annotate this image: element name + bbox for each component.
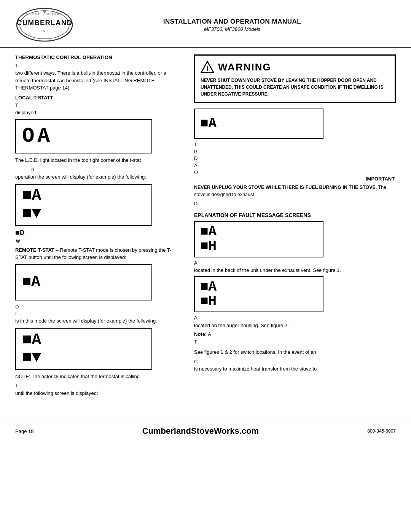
display-label: displayed:	[15, 109, 183, 117]
fault-d1-r1: ■A	[200, 225, 217, 239]
section-heading-thermostat: THERMOSTATIC CONTROL OPERATION	[15, 54, 183, 60]
important-label-wrap: IMPORTANT:	[194, 176, 396, 182]
r-c: C	[194, 358, 396, 365]
display-box-4: ■A ■▼	[15, 328, 152, 370]
display-box-r1: ■A	[194, 109, 323, 139]
header-title-area: INSTALLATION AND OPERATION MANUAL MF3700…	[84, 18, 396, 32]
note-text: NOTE: The asterick indicates that the te…	[15, 373, 183, 380]
note-chars: ■D	[15, 229, 183, 237]
display2-rows: ■A ■▼	[22, 187, 41, 222]
intro-letter: T	[15, 62, 183, 69]
footer-phone: 800-345-6007	[367, 428, 396, 434]
note-a-val: A	[208, 331, 211, 337]
note-w: W	[16, 238, 183, 244]
warning-body: NEVER SHUT DOWN YOUR STOVE BY LEAVING TH…	[201, 77, 389, 97]
local-tstat-t: T	[50, 95, 53, 101]
svg-text:CUMBERLAND: CUMBERLAND	[17, 19, 72, 27]
intro-text: two different ways. There is a built-in …	[15, 69, 183, 92]
located-text: located in the back of the unit under th…	[194, 267, 396, 274]
see-figures-text: See figures 1 & 2 for switch locations. …	[194, 348, 396, 356]
i-text: I	[15, 310, 183, 317]
important-note: NEVER UNPLUG YOUR STOVE WHILE THERE IS F…	[194, 184, 396, 198]
left-column: THERMOSTATIC CONTROL OPERATION T two dif…	[15, 54, 183, 399]
warning-triangle-icon: !	[201, 60, 214, 74]
r-d-bottom: D	[194, 200, 396, 207]
operation-text: operation the screen will display (for e…	[15, 173, 183, 181]
display1-char2: A	[37, 126, 49, 147]
fault-d1-r2: ■H	[200, 239, 217, 254]
r-t-text: T	[194, 141, 396, 148]
r-zero: 0	[194, 148, 396, 155]
d-text: D	[15, 304, 183, 310]
footer: Page 18 CumberlandStoveWorks.com 800-345…	[0, 422, 411, 440]
svg-text:🦅: 🦅	[43, 10, 46, 14]
header: STOVE · WORKS CUMBERLAND · C · 🦅 INSTALL…	[0, 0, 411, 48]
svg-text:· C ·: · C ·	[41, 29, 48, 32]
remote-tstat-text: REMOTE T-STAT – Remote T-STAT mode is ch…	[15, 246, 183, 261]
r-note-t: T	[194, 339, 396, 345]
page-container: STOVE · WORKS CUMBERLAND · C · 🦅 INSTALL…	[0, 0, 411, 532]
r-a3: A	[194, 315, 396, 321]
fault-d2-r1: ■A	[200, 280, 217, 294]
display2-r1: ■A	[22, 187, 41, 204]
important-never: NEVER UNPLUG YOUR STOVE WHILE THERE IS F…	[194, 185, 376, 190]
display-box-2: ■A ■▼	[15, 184, 152, 226]
footer-page-number: 18	[28, 428, 33, 434]
r-a2: A	[194, 260, 396, 267]
note-note: Note: A	[194, 331, 396, 337]
local-tstat-heading: LOCAL T-STATT	[15, 95, 183, 101]
display4-r2: ■▼	[22, 349, 41, 366]
display4-rows: ■A ■▼	[22, 332, 41, 366]
maximize-text: is necessary to maximize heat transfer f…	[194, 365, 396, 373]
display4-r1: ■A	[22, 332, 41, 348]
located2-text: located on the auger housing. See figure…	[194, 322, 396, 329]
fault-display-1: ■A ■H	[194, 221, 323, 257]
until-text: until the following screen is displayed:	[15, 390, 183, 397]
t-bottom-left: T	[15, 382, 183, 389]
led-text: The L.E.D. light located in the top righ…	[15, 157, 183, 164]
footer-website: CumberlandStoveWorks.com	[142, 426, 259, 436]
manual-title: INSTALLATION AND OPERATION MANUAL	[84, 18, 381, 26]
footer-page-label: Page	[15, 428, 27, 434]
display-r1-char: ■A	[200, 117, 217, 131]
footer-page: Page 18	[15, 428, 33, 434]
note-block-d: ■D	[15, 229, 24, 237]
local-tstat-label: LOCAL T-STAT	[15, 95, 50, 101]
display3-r1: ■A	[22, 274, 40, 290]
content-area: THERMOSTATIC CONTROL OPERATION T two dif…	[0, 48, 411, 399]
display-box-1: O A	[15, 119, 152, 153]
local-t: T	[15, 102, 183, 109]
svg-text:!: !	[206, 65, 209, 73]
led-d: D	[30, 166, 183, 173]
warning-title: WARNING	[218, 61, 271, 73]
remote-tstat-bold: REMOTE T-STAT	[15, 247, 54, 253]
display2-r2: ■▼	[22, 205, 41, 222]
display1-char1: O	[22, 126, 34, 147]
is-in-mode-text: is in this mode the screen will display …	[15, 317, 183, 325]
fault-display-2: ■A ■H	[194, 276, 323, 312]
display-box-3: ■A	[15, 264, 152, 300]
logo: STOVE · WORKS CUMBERLAND · C · 🦅	[15, 7, 74, 43]
warning-box: ! WARNING NEVER SHUT DOWN YOUR STOVE BY …	[194, 54, 396, 103]
fault-heading: EPLANATION OF FAULT MESSAGE SCREENS	[194, 212, 396, 218]
manual-subtitle: MF3700, MF3800 Models	[84, 26, 381, 32]
r-o: O	[194, 169, 396, 176]
fault-d2-r2: ■H	[200, 294, 217, 309]
note-label: Note:	[194, 331, 207, 337]
important-label: IMPORTANT:	[366, 176, 396, 182]
right-column: ! WARNING NEVER SHUT DOWN YOUR STOVE BY …	[194, 54, 396, 399]
r-d: D	[194, 155, 396, 162]
r-a: A	[194, 162, 396, 169]
warning-header: ! WARNING	[201, 60, 389, 74]
logo-area: STOVE · WORKS CUMBERLAND · C · 🦅	[15, 7, 84, 43]
logo-svg: STOVE · WORKS CUMBERLAND · C · 🦅	[15, 7, 74, 43]
